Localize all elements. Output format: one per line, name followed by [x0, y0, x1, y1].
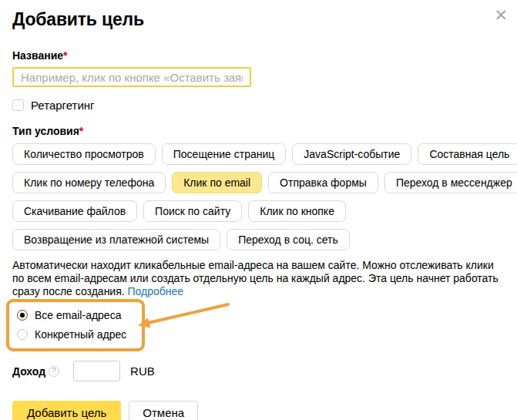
- condition-type-row: Количество просмотровПосещение страницJa…: [12, 143, 505, 165]
- condition-type-chip[interactable]: Клик по email: [172, 172, 262, 193]
- condition-type-chip[interactable]: Клик по номеру телефона: [12, 172, 166, 193]
- retargeting-checkbox[interactable]: [12, 99, 24, 111]
- condition-type-chip[interactable]: Количество просмотров: [12, 143, 156, 165]
- email-scope-zone: Все email-адресаКонкретный адрес: [12, 299, 505, 347]
- condition-type-row: Возвращение из платежной системыПереход …: [12, 229, 505, 250]
- revenue-input[interactable]: [73, 361, 120, 381]
- radio-dot: [20, 313, 25, 318]
- dialog-footer: Добавить цель Отмена: [12, 401, 505, 420]
- goal-name-input[interactable]: [12, 67, 251, 87]
- name-field-label: Название*: [12, 49, 505, 62]
- revenue-label: Доход: [12, 365, 45, 378]
- condition-type-chip[interactable]: Переход в соц. сеть: [227, 229, 350, 250]
- required-asterisk: *: [79, 125, 83, 137]
- retargeting-checkbox-row[interactable]: Ретаргетинг: [12, 99, 505, 112]
- radio-label: Все email-адреса: [35, 309, 121, 321]
- condition-type-chip[interactable]: Посещение страниц: [162, 143, 287, 165]
- close-icon[interactable]: ✕: [494, 8, 508, 24]
- required-asterisk: *: [63, 49, 67, 62]
- radio-icon[interactable]: [17, 329, 28, 340]
- email-scope-options: Все email-адресаКонкретный адрес: [17, 307, 126, 341]
- condition-type-label: Тип условия*: [12, 125, 505, 137]
- condition-type-row: Клик по номеру телефонаКлик по emailОтпр…: [12, 172, 505, 193]
- add-goal-dialog: ✕ Добавить цель Название* Ретаргетинг Ти…: [0, 0, 517, 420]
- condition-type-chip[interactable]: Отправка формы: [268, 172, 378, 193]
- revenue-row: Доход ? RUB: [12, 361, 505, 381]
- cancel-button[interactable]: Отмена: [129, 401, 198, 420]
- condition-type-row: Скачивание файловПоиск по сайтуКлик по к…: [12, 200, 505, 222]
- email-scope-radio-row[interactable]: Все email-адреса: [17, 307, 126, 322]
- retargeting-label: Ретаргетинг: [31, 99, 95, 112]
- condition-type-chip[interactable]: JavaScript-событие: [292, 143, 411, 165]
- condition-type-chip[interactable]: Возвращение из платежной системы: [12, 229, 220, 250]
- condition-type-chip[interactable]: Поиск по сайту: [143, 200, 242, 222]
- submit-button[interactable]: Добавить цель: [12, 401, 121, 420]
- radio-icon[interactable]: [17, 310, 28, 321]
- help-icon[interactable]: ?: [49, 366, 59, 377]
- radio-label: Конкретный адрес: [35, 328, 126, 341]
- more-info-link[interactable]: Подробнее: [128, 285, 184, 297]
- currency-label: RUB: [130, 365, 155, 378]
- dialog-title: Добавить цель: [12, 9, 505, 30]
- condition-type-chip[interactable]: Клик по кнопке: [248, 200, 346, 222]
- goal-description: Автоматически находит кликабельные email…: [12, 259, 505, 298]
- condition-type-rows: Количество просмотровПосещение страницJa…: [12, 143, 505, 250]
- condition-type-chip[interactable]: Составная цель: [418, 143, 517, 165]
- email-scope-radio-row[interactable]: Конкретный адрес: [17, 327, 126, 341]
- condition-type-chip[interactable]: Скачивание файлов: [12, 200, 137, 222]
- annotation-highlight-box: Все email-адресаКонкретный адрес: [6, 299, 145, 351]
- condition-type-chip[interactable]: Переход в мессенджер: [384, 172, 517, 193]
